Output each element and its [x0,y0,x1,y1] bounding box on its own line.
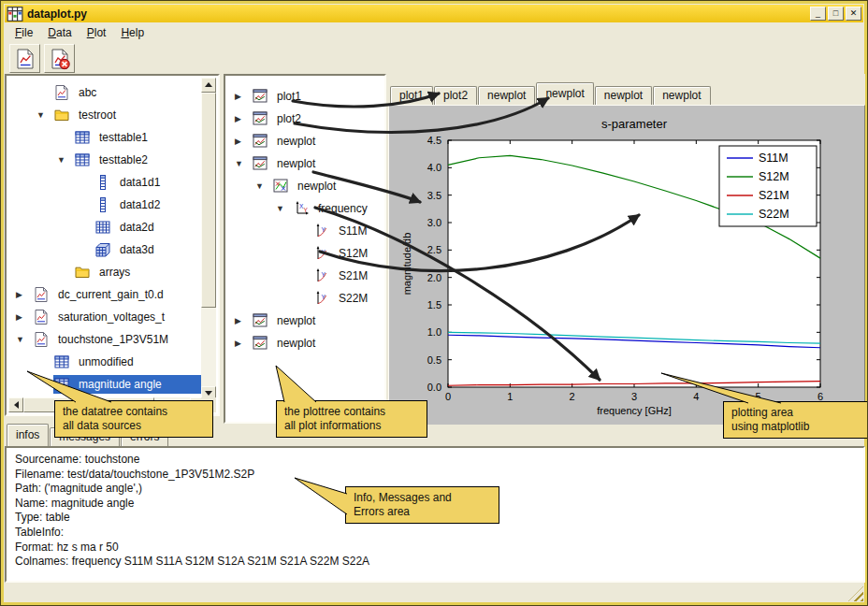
info-line: Sourcename: touchstone [15,453,855,468]
tree-item-label: newplot [273,155,383,172]
datatree-item-magnitude-angle[interactable]: magnitude angle [8,373,201,396]
plot-tab-3-newplot[interactable]: newplot [536,82,593,105]
tree-row-body: testroot [53,106,201,124]
plottree-item-newplot[interactable]: ▶newplot [227,332,383,354]
expand-arrow-icon[interactable]: ▶ [16,290,33,299]
tree-item-label: S12M [335,245,383,262]
datatree-item-data2d[interactable]: data2d [8,216,201,238]
tree-row-body: testtable2 [74,151,201,169]
plottree-item-s11m[interactable]: YS11M [227,220,383,242]
vertical-scroll-thumb[interactable] [201,93,216,308]
expand-arrow-icon[interactable]: ▶ [235,137,252,146]
scroll-up-button[interactable] [201,78,216,93]
tree-item-label: magnitude angle [75,376,201,393]
tree-row-body: newplot [252,311,383,330]
new-plot-button[interactable] [9,44,40,73]
tree-item-label: newplot [273,133,383,150]
menu-plot[interactable]: Plot [80,23,114,42]
expand-arrow-icon[interactable]: ▶ [235,339,252,348]
y-curve-icon: Y [313,267,330,284]
callout-plotarea: plotting areausing matplotlib [723,401,868,439]
plottree-item-frequency[interactable]: ▼XYfrequency [227,197,383,220]
callout-infoarea: Info, Messages andErrors area [345,486,499,524]
resize-grip[interactable] [848,586,863,601]
title-bar[interactable]: dataplot.py _□✕ [5,5,863,22]
plot-tab-1-plot2[interactable]: plot2 [434,86,477,105]
minimize-button[interactable]: _ [810,7,826,21]
plot-page-icon [252,110,268,127]
x-axis-label: frequency [GHz] [597,405,671,416]
table-icon [53,376,70,393]
y-axis-label: magnitude/db [401,233,412,296]
log-tab-0-infos[interactable]: infos [7,424,49,446]
expand-arrow-icon[interactable]: ▶ [235,316,252,325]
collapse-arrow-icon[interactable]: ▼ [276,204,293,213]
datatree-item-abc[interactable]: abc [8,81,201,104]
callout-text: the plottree contains [284,405,419,419]
plottree-item-newplot[interactable]: ▶newplot [227,310,383,332]
info-line: Format: hz s ma r 50 [15,541,855,556]
datatree-item-touchstone-1p3v51m[interactable]: ▼touchstone_1P3V51M [8,328,201,351]
datatree-item-dc-current-gain-t0-d[interactable]: ▶dc_current_gain_t0.d [8,283,201,306]
datatree-item-data1d1[interactable]: data1d1 [8,171,201,194]
legend-entry: S22M [759,208,789,221]
folder-icon [74,264,91,281]
table-icon [74,152,91,168]
datatree-item-saturation-voltages-t[interactable]: ▶saturation_voltages_t [8,306,201,328]
collapse-arrow-icon[interactable]: ▼ [16,335,33,344]
menu-file[interactable]: File [7,23,40,42]
expand-arrow-icon[interactable]: ▶ [235,114,252,123]
plottree-item-newplot[interactable]: ▼newplot [227,152,383,175]
datatree-item-arrays[interactable]: arrays [8,261,201,283]
expand-arrow-icon[interactable]: ▶ [235,92,252,101]
datatree-item-testtable1[interactable]: testtable1 [8,126,201,149]
tb-new-icon [14,48,36,70]
collapse-arrow-icon[interactable]: ▼ [235,159,252,168]
plot-tab-5-newplot[interactable]: newplot [653,86,710,105]
tick-label: 4.5 [427,135,441,146]
plottree-item-s21m[interactable]: YS21M [227,265,383,287]
tick-label: 4 [693,391,699,402]
tree-row-body: unmodified [53,353,201,371]
plottree-item-newplot[interactable]: ▼newplot [227,175,383,197]
menu-help[interactable]: Help [113,23,152,42]
plottree-item-newplot[interactable]: ▶newplot [227,130,383,152]
maximize-button[interactable]: □ [828,7,844,21]
collapse-arrow-icon[interactable]: ▼ [36,110,53,120]
svg-text:Y: Y [322,226,326,233]
plottree-item-s12m[interactable]: YS12M [227,242,383,265]
plot-tab-0-plot1[interactable]: plot1 [390,86,433,105]
plot-tab-4-newplot[interactable]: newplot [595,86,652,105]
collapse-arrow-icon[interactable]: ▼ [57,155,74,165]
tree-row-body: newplot [252,154,383,173]
plot-file-icon [33,331,50,348]
tree-row-body: plot1 [252,87,383,106]
plottree-item-s22m[interactable]: YS22M [227,287,383,310]
matplotlib-canvas: s-parameter01234560.00.51.01.52.02.53.03… [390,107,861,425]
plot-tab-2-newplot[interactable]: newplot [478,86,535,105]
callout-text: Info, Messages and [354,491,491,505]
datatree-item-data3d[interactable]: data3d [8,238,201,261]
tree-item-label: data1d1 [116,174,201,191]
legend-entry: S12M [759,170,789,183]
tree-item-label: S21M [335,267,383,284]
delete-plot-button[interactable] [44,44,75,73]
datatree-item-unmodified[interactable]: unmodified [8,351,201,373]
datatree-item-data1d2[interactable]: data1d2 [8,194,201,216]
plottree-item-plot1[interactable]: ▶plot1 [227,85,383,108]
tree-item-label: newplot [273,335,383,352]
plot-file-icon [33,309,50,325]
expand-arrow-icon[interactable]: ▶ [16,312,33,322]
datatree-item-testroot[interactable]: ▼testroot [8,104,201,126]
close-button[interactable]: ✕ [846,7,861,21]
menu-data[interactable]: Data [40,23,79,42]
menu-bar: FileDataPlotHelp [5,22,863,42]
folder-icon [53,107,70,123]
tree-row-body: arrays [74,263,201,281]
plottree-item-plot2[interactable]: ▶plot2 [227,108,383,130]
tree-row-body: data1d2 [94,195,201,214]
collapse-arrow-icon[interactable]: ▼ [255,181,272,191]
scroll-left-button[interactable] [8,397,23,412]
vertical-scrollbar[interactable] [201,78,216,401]
datatree-item-testtable2[interactable]: ▼testtable2 [8,149,201,171]
